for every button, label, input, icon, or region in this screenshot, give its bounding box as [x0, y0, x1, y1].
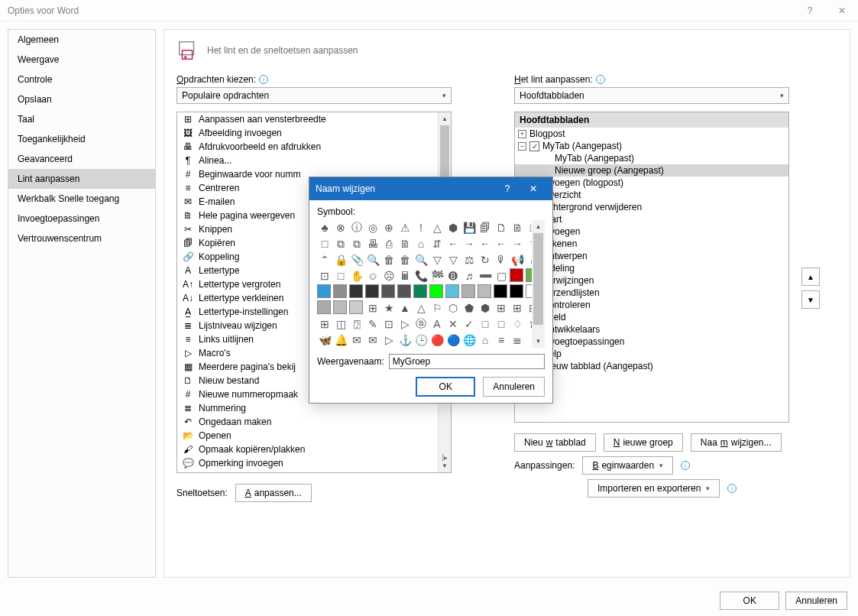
symbol-cell[interactable]: ✉ [349, 332, 364, 348]
symbol-cell[interactable]: 🏁 [429, 268, 445, 284]
tree-item[interactable]: ✓Verzendlijsten [515, 287, 788, 299]
expand-handle-icon[interactable]: |▸ [442, 453, 448, 462]
reset-button[interactable]: Beginwaarden [582, 456, 673, 475]
symbol-cell[interactable]: ♬ [461, 268, 477, 284]
symbol-cell[interactable]: 📢 [510, 252, 525, 267]
symbol-cell[interactable]: ⊕ [381, 220, 397, 235]
tree-item[interactable]: ✓Ontwerpen [515, 250, 788, 262]
new-tab-button[interactable]: Nieuw tabblad [514, 433, 596, 452]
scroll-thumb[interactable] [533, 233, 543, 325]
info-icon[interactable]: i [727, 484, 737, 493]
symbol-cell[interactable]: ⬢ [445, 220, 461, 235]
info-icon[interactable]: i [596, 75, 605, 84]
symbol-cell[interactable]: 📎 [349, 252, 364, 267]
symbol-cell[interactable]: ✉ [365, 332, 380, 348]
tree-item[interactable]: ✓Achtergrond verwijderen [515, 201, 788, 213]
symbol-cell[interactable]: □ [494, 316, 509, 332]
command-item[interactable]: ↶Ongedaan maken [177, 415, 451, 429]
symbol-cell[interactable]: 🔒 [333, 252, 348, 267]
tree-item[interactable]: ✓Invoegen (blogpost) [515, 177, 788, 189]
command-item[interactable]: ¶Alinea... [177, 154, 451, 167]
commands-from-dropdown[interactable]: Populaire opdrachten▾ [176, 87, 452, 104]
ok-button[interactable]: OK [720, 592, 779, 610]
symbol-cell[interactable]: 🖩 [397, 268, 413, 284]
rename-ok-button[interactable]: OK [416, 377, 475, 397]
info-icon[interactable]: i [259, 75, 268, 84]
symbol-cell[interactable]: 🗎 [510, 220, 525, 235]
symbol-cell[interactable]: ← [478, 236, 493, 251]
symbol-cell[interactable]: 🔔 [333, 332, 348, 348]
new-group-button[interactable]: Nieuwe groep [604, 433, 683, 452]
symbol-cell[interactable] [333, 300, 347, 314]
rename-button[interactable]: Naam wijzigen... [691, 433, 782, 452]
symbol-cell[interactable]: ⧉ [333, 236, 348, 251]
symbol-cell[interactable]: ▢ [494, 268, 509, 284]
symbol-cell[interactable]: ⇵ [429, 236, 445, 251]
symbol-cell[interactable]: ▷ [381, 332, 397, 348]
symbol-cell[interactable]: ✕ [445, 316, 461, 332]
symbol-cell[interactable] [381, 284, 395, 298]
symbol-cell[interactable]: 🔵 [445, 332, 461, 348]
command-item[interactable]: 🖶Afdrukvoorbeeld en afdrukken [177, 140, 451, 154]
cancel-button[interactable]: Annuleren [785, 592, 847, 610]
tree-item[interactable]: +Blogpost [515, 128, 788, 140]
expander-icon[interactable]: − [518, 142, 526, 151]
symbol-cell[interactable]: A [429, 316, 445, 332]
command-item[interactable]: 📂Openen [177, 429, 451, 443]
symbol-cell[interactable]: ★ [381, 300, 397, 316]
info-icon[interactable]: i [681, 461, 690, 470]
expander-icon[interactable]: + [518, 130, 526, 138]
display-name-input[interactable] [389, 354, 545, 369]
symbol-cell[interactable] [413, 284, 427, 298]
symbol-cell[interactable]: ⚖ [461, 252, 477, 267]
symbol-cell[interactable]: ⚓ [397, 332, 413, 348]
symbol-cell[interactable]: ♣ [317, 220, 332, 235]
symbol-cell[interactable]: ⍰ [349, 316, 364, 332]
symbol-cell[interactable] [317, 300, 331, 314]
symbol-cell[interactable]: 🗑 [381, 252, 397, 267]
symbol-cell[interactable]: 🗎 [397, 236, 413, 251]
ribbon-tree[interactable]: Hoofdtabbladen +Blogpost−✓MyTab (Aangepa… [514, 112, 789, 423]
symbol-cell[interactable]: △ [413, 300, 429, 316]
move-up-button[interactable]: ▲ [801, 267, 820, 286]
symbol-cell[interactable]: □ [317, 236, 332, 251]
tree-item[interactable]: ✓Invoegtoepassingen [515, 336, 788, 348]
tree-item[interactable]: Ontwikkelaars [515, 323, 788, 336]
symbol-cell[interactable]: → [461, 236, 477, 251]
tree-item[interactable]: ✓Controleren [515, 299, 788, 311]
symbol-cell[interactable] [510, 268, 523, 282]
symbol-cell[interactable]: ◫ [333, 316, 348, 332]
symbol-cell[interactable]: ✓ [461, 316, 477, 332]
command-item[interactable]: 🖼Afbeelding invoegen [177, 126, 451, 140]
symbol-cell[interactable]: ⊞ [365, 300, 380, 316]
command-item[interactable]: 🖌Opmaak kopiëren/plakken [177, 443, 451, 456]
rename-cancel-button[interactable]: Annuleren [483, 377, 545, 397]
symbol-cell[interactable]: □ [333, 268, 348, 284]
symbol-cell[interactable]: ➑ [445, 268, 461, 284]
shortcuts-customize-button[interactable]: Aanpassen... [235, 484, 312, 502]
symbol-cell[interactable] [333, 284, 347, 298]
close-icon[interactable]: ✕ [520, 183, 546, 194]
import-export-button[interactable]: Importeren en exporteren [588, 479, 720, 498]
symbol-cell[interactable]: ⊗ [333, 220, 348, 235]
symbol-cell[interactable]: ! [413, 220, 429, 235]
command-item[interactable]: ⊞Aanpassen aan vensterbreedte [177, 112, 451, 126]
sidebar-item-toegankelijkheid[interactable]: Toegankelijkheid [8, 129, 155, 149]
sidebar-item-geavanceerd[interactable]: Geavanceerd [8, 149, 155, 169]
symbol-cell[interactable]: ≡ [494, 332, 509, 348]
symbol-cell[interactable]: ⌂ [478, 332, 493, 348]
symbol-cell[interactable]: 🕒 [413, 332, 429, 348]
symbol-cell[interactable]: 🗋 [494, 220, 509, 235]
tree-item[interactable]: ✓Verwijzingen [515, 274, 788, 287]
symbol-cell[interactable]: 🌐 [461, 332, 477, 348]
scroll-up-icon[interactable]: ▲ [439, 112, 451, 125]
symbol-cell[interactable]: ⎙ [381, 236, 397, 251]
symbol-cell[interactable] [510, 284, 523, 298]
tree-item[interactable]: ✓Overzicht [515, 189, 788, 201]
symbol-cell[interactable]: ➖ [478, 268, 493, 284]
symbol-cell[interactable]: 🗑 [397, 252, 413, 267]
symbol-cell[interactable] [397, 284, 411, 298]
symbol-cell[interactable]: ← [445, 236, 461, 251]
symbol-cell[interactable]: → [510, 236, 525, 251]
rename-dialog-titlebar[interactable]: Naam wijzigen ? ✕ [309, 177, 552, 200]
